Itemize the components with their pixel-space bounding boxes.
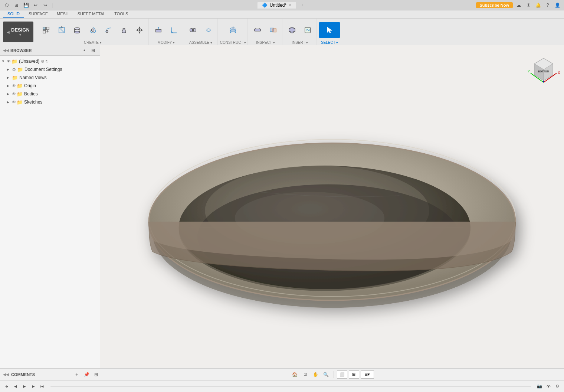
tree-item-namedviews[interactable]: ▶ 📁 Named Views (0, 74, 100, 82)
tree-item-docsettings[interactable]: ▶ ⚙ 📁 Document Settings (0, 65, 100, 74)
revolve-btn[interactable] (85, 23, 100, 37)
close-tab-icon[interactable]: ✕ (289, 3, 292, 7)
create-sketch-btn[interactable] (54, 23, 69, 37)
timeline-prev-btn[interactable]: ◀ (12, 383, 19, 390)
select-btn[interactable] (319, 22, 340, 38)
fit-view-btn[interactable]: ⊡ (301, 370, 310, 379)
tree-eye-sketches: 👁 (12, 100, 16, 104)
help-icon[interactable]: ? (544, 1, 551, 9)
notification-icon[interactable]: 🔔 (534, 1, 542, 9)
pan-btn[interactable]: ✋ (311, 370, 320, 379)
tab-surface[interactable]: SURFACE (24, 10, 52, 18)
svg-text:BOTTOM: BOTTOM (538, 70, 549, 73)
grid-icon[interactable]: ⊞ (13, 1, 20, 9)
insert-mesh-btn[interactable] (285, 23, 299, 37)
timeline-settings-icon[interactable]: ⚙ (554, 383, 561, 390)
tree-arrow-namedviews: ▶ (7, 76, 12, 79)
new-tab-icon[interactable]: + (299, 1, 306, 9)
construct-label: CONSTRUCT ▾ (220, 40, 246, 45)
grid-display-btn[interactable]: ⊞ (349, 370, 359, 379)
tree-eye-bodies: 👁 (12, 92, 16, 96)
zoom-btn[interactable]: 🔍 (322, 370, 331, 379)
extrude-btn[interactable] (70, 23, 85, 37)
sep1 (334, 371, 334, 378)
measure-btn[interactable] (250, 23, 265, 37)
interference-btn[interactable] (266, 23, 281, 37)
undo-icon[interactable]: ↩ (32, 1, 39, 9)
svg-point-15 (123, 28, 125, 29)
move-btn[interactable] (132, 23, 147, 37)
browser-expand-icon[interactable]: ⊞ (89, 47, 97, 54)
visual-style-btn[interactable]: ⊟▾ (361, 370, 374, 379)
timeline-capture-btn[interactable]: 📷 (536, 383, 543, 390)
loft-btn[interactable] (117, 23, 131, 37)
press-pull-btn[interactable] (151, 23, 166, 37)
profile-icon[interactable]: 👤 (554, 1, 561, 9)
construct-buttons (226, 20, 240, 40)
timeline-view2-btn[interactable]: 👁 (545, 383, 552, 390)
timeline-play-btn[interactable]: ▶ (21, 383, 28, 390)
tree-item-root[interactable]: ▼ 👁 📁 (Unsaved) ⚙ ↻ (0, 57, 100, 65)
assemble-label: ASSEMBLE ▾ (189, 40, 212, 45)
tab-tools[interactable]: TOOLS (110, 10, 132, 18)
offset-plane-btn[interactable] (226, 23, 240, 37)
app-menu-icon[interactable]: ⬡ (3, 1, 10, 9)
cloud-icon[interactable]: ☁ (515, 1, 522, 9)
browser-collapse-icon[interactable]: ◀◀ (3, 48, 9, 52)
user-count-icon[interactable]: ① (525, 1, 532, 9)
comments-add-icon[interactable]: + (73, 371, 81, 378)
tree-name-root: (Unsaved) (19, 59, 39, 64)
tree-eye-root: 👁 (7, 59, 11, 63)
tree-folder-namedviews: 📁 (12, 75, 18, 81)
svg-point-11 (75, 27, 80, 30)
home-view-btn[interactable]: 🏠 (291, 370, 299, 379)
tree-item-origin[interactable]: ▶ 👁 📁 Origin (0, 82, 100, 90)
tree-gear-icon: ⚙ (12, 67, 16, 72)
timeline-end-btn[interactable]: ⏭ (39, 383, 46, 390)
tree-name-origin: Origin (24, 83, 36, 88)
toolbar-section-modify: MODIFY ▾ (150, 19, 183, 45)
svg-rect-0 (43, 27, 46, 29)
tree-item-bodies[interactable]: ▶ 👁 📁 Bodies (0, 90, 100, 98)
insert-svg-btn[interactable] (300, 23, 315, 37)
sweep-btn[interactable] (101, 23, 116, 37)
title-bar-left: ⬡ ⊞ 💾 ↩ ↪ | (3, 1, 54, 9)
tab-mesh[interactable]: MESH (52, 10, 73, 18)
tab-solid[interactable]: SOLID (3, 10, 24, 18)
document-tab[interactable]: 🔷 Untitled* ✕ (258, 2, 296, 9)
browser-title: BROWSER (10, 48, 81, 53)
comments-pin-icon[interactable]: 📌 (83, 371, 90, 378)
display-mode-box[interactable]: ⬜ (337, 370, 347, 379)
timeline-next-btn[interactable]: ▶ (30, 383, 37, 390)
inspect-label: INSPECT ▾ (256, 40, 275, 45)
comments-expand-icon[interactable]: ⊞ (92, 371, 100, 378)
new-component-btn[interactable] (39, 23, 53, 37)
browser-pin-icon[interactable]: • (81, 47, 88, 54)
timeline-start-btn[interactable]: ⏮ (3, 383, 10, 390)
viewport[interactable]: X Y Z BOTTOM (100, 45, 564, 368)
tree-folder-sketches: 📁 (17, 99, 23, 105)
svg-text:X: X (558, 71, 560, 75)
tree-arrow-sketches: ▶ (7, 100, 12, 104)
subscribe-button[interactable]: Subscribe Now (476, 2, 513, 8)
select-buttons (319, 20, 340, 40)
design-dropdown[interactable]: ◀ DESIGN ▾ (3, 22, 33, 42)
document-title: Untitled* (270, 3, 286, 8)
toolbar-section-create: CREATE ▾ (37, 19, 149, 45)
joint-btn[interactable] (186, 23, 200, 37)
tree-settings-icon[interactable]: ⚙ (41, 59, 45, 64)
fillet-btn[interactable] (167, 23, 181, 37)
comments-collapse-icon[interactable]: ◀◀ (3, 372, 9, 376)
tab-sheet-metal[interactable]: SHEET METAL (73, 10, 110, 18)
tree-reload-icon[interactable]: ↻ (45, 59, 49, 64)
save-icon[interactable]: 💾 (22, 1, 30, 9)
tree-item-sketches[interactable]: ▶ 👁 📁 Sketches (0, 98, 100, 106)
tree-name-docsettings: Document Settings (24, 67, 62, 72)
viewport-3d: X Y Z BOTTOM (100, 45, 564, 368)
nav-cube[interactable]: X Y Z BOTTOM (527, 53, 557, 82)
motion-link-btn[interactable] (201, 23, 216, 37)
3d-model-svg (100, 45, 564, 368)
timeline-bar[interactable] (50, 386, 531, 387)
tree-folder-bodies: 📁 (17, 91, 23, 97)
redo-icon[interactable]: ↪ (42, 1, 49, 9)
